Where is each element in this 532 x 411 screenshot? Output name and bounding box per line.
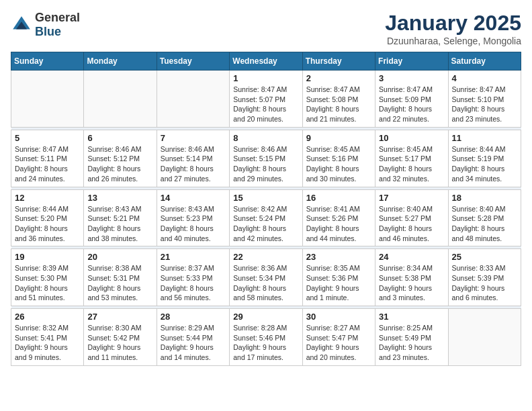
calendar-cell-2-5: 17Sunrise: 8:40 AM Sunset: 5:27 PM Dayli… [375, 189, 448, 246]
calendar-header-row: Sunday Monday Tuesday Wednesday Thursday… [11, 52, 521, 71]
calendar-cell-4-2: 28Sunrise: 8:29 AM Sunset: 5:44 PM Dayli… [157, 309, 229, 366]
day-info: Sunrise: 8:42 AM Sunset: 5:24 PM Dayligh… [233, 204, 298, 244]
header-thursday: Thursday [302, 52, 375, 71]
calendar-cell-3-4: 23Sunrise: 8:35 AM Sunset: 5:36 PM Dayli… [302, 249, 375, 306]
calendar-week-2: 5Sunrise: 8:47 AM Sunset: 5:11 PM Daylig… [11, 130, 521, 187]
calendar-week-5: 26Sunrise: 8:32 AM Sunset: 5:41 PM Dayli… [11, 309, 521, 366]
calendar-cell-4-5: 31Sunrise: 8:25 AM Sunset: 5:49 PM Dayli… [375, 309, 448, 366]
day-info: Sunrise: 8:46 AM Sunset: 5:15 PM Dayligh… [233, 144, 298, 184]
day-number: 1 [233, 73, 298, 83]
day-number: 30 [306, 312, 371, 322]
calendar-week-1: 1Sunrise: 8:47 AM Sunset: 5:07 PM Daylig… [11, 71, 521, 128]
calendar-cell-1-3: 8Sunrise: 8:46 AM Sunset: 5:15 PM Daylig… [230, 130, 302, 187]
calendar-cell-0-0 [11, 71, 84, 128]
day-info: Sunrise: 8:46 AM Sunset: 5:12 PM Dayligh… [87, 144, 152, 184]
calendar-cell-2-4: 16Sunrise: 8:41 AM Sunset: 5:26 PM Dayli… [302, 189, 375, 246]
day-number: 31 [379, 312, 444, 322]
calendar-cell-0-1 [84, 71, 157, 128]
day-info: Sunrise: 8:47 AM Sunset: 5:07 PM Dayligh… [233, 85, 298, 124]
day-number: 28 [161, 312, 226, 322]
day-number: 11 [452, 133, 517, 143]
day-info: Sunrise: 8:35 AM Sunset: 5:36 PM Dayligh… [306, 263, 371, 303]
calendar-week-4: 19Sunrise: 8:39 AM Sunset: 5:30 PM Dayli… [11, 249, 521, 306]
day-info: Sunrise: 8:30 AM Sunset: 5:42 PM Dayligh… [87, 323, 152, 363]
day-number: 12 [15, 193, 80, 203]
title-section: January 2025 Dzuunharaa, Selenge, Mongol… [385, 11, 521, 46]
day-number: 18 [452, 193, 517, 203]
calendar-cell-3-1: 20Sunrise: 8:38 AM Sunset: 5:31 PM Dayli… [84, 249, 157, 306]
day-number: 21 [161, 252, 226, 262]
day-info: Sunrise: 8:39 AM Sunset: 5:30 PM Dayligh… [15, 263, 80, 303]
location-subtitle: Dzuunharaa, Selenge, Mongolia [385, 36, 521, 46]
calendar-cell-2-6: 18Sunrise: 8:40 AM Sunset: 5:28 PM Dayli… [448, 189, 521, 246]
calendar-table: Sunday Monday Tuesday Wednesday Thursday… [11, 52, 521, 366]
day-number: 22 [233, 252, 298, 262]
calendar-cell-0-5: 3Sunrise: 8:47 AM Sunset: 5:09 PM Daylig… [375, 71, 448, 128]
day-info: Sunrise: 8:38 AM Sunset: 5:31 PM Dayligh… [87, 263, 152, 303]
day-number: 24 [379, 252, 444, 262]
day-number: 8 [233, 133, 298, 143]
logo-blue: Blue [35, 25, 61, 38]
day-info: Sunrise: 8:45 AM Sunset: 5:17 PM Dayligh… [379, 144, 444, 184]
day-number: 27 [87, 312, 152, 322]
calendar-cell-2-3: 15Sunrise: 8:42 AM Sunset: 5:24 PM Dayli… [230, 189, 302, 246]
calendar-cell-0-3: 1Sunrise: 8:47 AM Sunset: 5:07 PM Daylig… [230, 71, 302, 128]
calendar-cell-3-6: 25Sunrise: 8:33 AM Sunset: 5:39 PM Dayli… [448, 249, 521, 306]
calendar-cell-0-6: 4Sunrise: 8:47 AM Sunset: 5:10 PM Daylig… [448, 71, 521, 128]
day-number: 25 [452, 252, 517, 262]
header-saturday: Saturday [448, 52, 521, 71]
day-number: 13 [87, 193, 152, 203]
day-number: 14 [161, 193, 226, 203]
day-info: Sunrise: 8:47 AM Sunset: 5:11 PM Dayligh… [15, 144, 80, 184]
day-info: Sunrise: 8:43 AM Sunset: 5:23 PM Dayligh… [161, 204, 226, 244]
day-info: Sunrise: 8:25 AM Sunset: 5:49 PM Dayligh… [379, 323, 444, 363]
day-info: Sunrise: 8:40 AM Sunset: 5:28 PM Dayligh… [452, 204, 517, 244]
day-info: Sunrise: 8:27 AM Sunset: 5:47 PM Dayligh… [306, 323, 371, 363]
day-info: Sunrise: 8:28 AM Sunset: 5:46 PM Dayligh… [233, 323, 298, 363]
day-info: Sunrise: 8:41 AM Sunset: 5:26 PM Dayligh… [306, 204, 371, 244]
calendar-cell-1-0: 5Sunrise: 8:47 AM Sunset: 5:11 PM Daylig… [11, 130, 84, 187]
day-info: Sunrise: 8:44 AM Sunset: 5:19 PM Dayligh… [452, 144, 517, 184]
calendar-cell-3-5: 24Sunrise: 8:34 AM Sunset: 5:38 PM Dayli… [375, 249, 448, 306]
calendar-cell-3-2: 21Sunrise: 8:37 AM Sunset: 5:33 PM Dayli… [157, 249, 229, 306]
header-sunday: Sunday [11, 52, 84, 71]
day-number: 9 [306, 133, 371, 143]
day-info: Sunrise: 8:47 AM Sunset: 5:08 PM Dayligh… [306, 85, 371, 124]
calendar-cell-1-2: 7Sunrise: 8:46 AM Sunset: 5:14 PM Daylig… [157, 130, 229, 187]
header-tuesday: Tuesday [157, 52, 229, 71]
day-info: Sunrise: 8:47 AM Sunset: 5:09 PM Dayligh… [379, 85, 444, 124]
calendar-cell-4-4: 30Sunrise: 8:27 AM Sunset: 5:47 PM Dayli… [302, 309, 375, 366]
page-header: General Blue January 2025 Dzuunharaa, Se… [11, 11, 521, 46]
calendar-cell-1-4: 9Sunrise: 8:45 AM Sunset: 5:16 PM Daylig… [302, 130, 375, 187]
logo: General Blue [11, 11, 80, 39]
day-number: 3 [379, 73, 444, 83]
logo-general: General [35, 11, 80, 24]
calendar-cell-1-1: 6Sunrise: 8:46 AM Sunset: 5:12 PM Daylig… [84, 130, 157, 187]
month-title: January 2025 [385, 11, 521, 36]
day-number: 29 [233, 312, 298, 322]
day-number: 15 [233, 193, 298, 203]
day-number: 2 [306, 73, 371, 83]
calendar-cell-1-5: 10Sunrise: 8:45 AM Sunset: 5:17 PM Dayli… [375, 130, 448, 187]
day-number: 16 [306, 193, 371, 203]
calendar-cell-0-2 [157, 71, 229, 128]
logo-icon [11, 14, 32, 36]
day-info: Sunrise: 8:44 AM Sunset: 5:20 PM Dayligh… [15, 204, 80, 244]
day-info: Sunrise: 8:32 AM Sunset: 5:41 PM Dayligh… [15, 323, 80, 363]
calendar-cell-1-6: 11Sunrise: 8:44 AM Sunset: 5:19 PM Dayli… [448, 130, 521, 187]
day-number: 6 [87, 133, 152, 143]
calendar-cell-3-3: 22Sunrise: 8:36 AM Sunset: 5:34 PM Dayli… [230, 249, 302, 306]
calendar-cell-2-2: 14Sunrise: 8:43 AM Sunset: 5:23 PM Dayli… [157, 189, 229, 246]
calendar-cell-0-4: 2Sunrise: 8:47 AM Sunset: 5:08 PM Daylig… [302, 71, 375, 128]
day-number: 4 [452, 73, 517, 83]
day-number: 20 [87, 252, 152, 262]
calendar-cell-4-3: 29Sunrise: 8:28 AM Sunset: 5:46 PM Dayli… [230, 309, 302, 366]
calendar-cell-4-0: 26Sunrise: 8:32 AM Sunset: 5:41 PM Dayli… [11, 309, 84, 366]
day-number: 7 [161, 133, 226, 143]
day-info: Sunrise: 8:29 AM Sunset: 5:44 PM Dayligh… [161, 323, 226, 363]
day-number: 10 [379, 133, 444, 143]
day-number: 19 [15, 252, 80, 262]
day-number: 23 [306, 252, 371, 262]
day-number: 26 [15, 312, 80, 322]
day-info: Sunrise: 8:43 AM Sunset: 5:21 PM Dayligh… [87, 204, 152, 244]
